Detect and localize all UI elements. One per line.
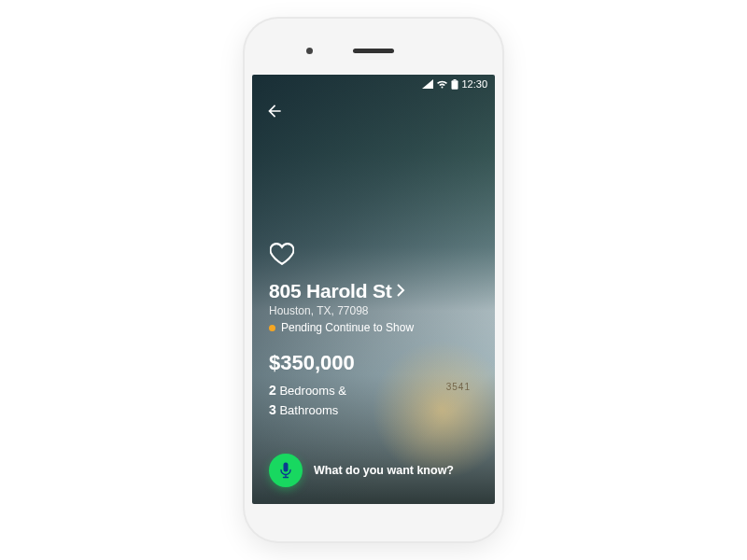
listing-content: 805 Harold St Houston, TX, 77098 Pending… <box>252 241 495 504</box>
listing-status: Pending Continue to Show <box>269 321 478 334</box>
bathrooms-label: Bathrooms <box>279 403 338 417</box>
bedrooms-count: 2 <box>269 383 276 398</box>
phone-camera <box>306 48 313 54</box>
nav-bar <box>252 93 495 129</box>
listing-specs: 2 Bedrooms & 3 Bathrooms <box>269 381 478 420</box>
voice-prompt-text: What do you want know? <box>314 464 454 477</box>
listing-address: 805 Harold St <box>269 280 392 302</box>
status-label: Pending Continue to Show <box>281 321 414 334</box>
bedrooms-label: Bedrooms & <box>279 384 346 398</box>
bathrooms-row: 3 Bathrooms <box>269 400 478 420</box>
phone-frame: 12:30 3541 805 Harold St Ho <box>245 19 502 541</box>
status-bar: 12:30 <box>252 75 495 93</box>
bathrooms-count: 3 <box>269 402 276 417</box>
voice-prompt-row: What do you want know? <box>269 454 478 487</box>
svg-rect-2 <box>284 463 289 472</box>
phone-speaker <box>353 49 394 53</box>
microphone-icon <box>279 462 292 479</box>
status-dot-icon <box>269 325 275 331</box>
chevron-right-icon <box>396 284 405 301</box>
signal-icon <box>422 79 433 89</box>
arrow-left-icon <box>265 102 284 120</box>
bedrooms-row: 2 Bedrooms & <box>269 381 478 400</box>
back-button[interactable] <box>263 100 286 122</box>
phone-hardware-top <box>252 26 495 75</box>
favorite-button[interactable] <box>269 241 295 267</box>
voice-mic-button[interactable] <box>269 454 303 487</box>
svg-rect-0 <box>454 79 457 80</box>
status-time: 12:30 <box>461 78 487 90</box>
listing-location: Houston, TX, 77098 <box>269 304 478 317</box>
address-link[interactable]: 805 Harold St <box>269 280 478 302</box>
heart-icon <box>270 243 294 265</box>
battery-icon <box>451 79 458 90</box>
listing-price: $350,000 <box>269 351 478 375</box>
svg-rect-1 <box>452 80 458 90</box>
app-screen: 12:30 3541 805 Harold St Ho <box>252 75 495 504</box>
wifi-icon <box>436 79 448 89</box>
